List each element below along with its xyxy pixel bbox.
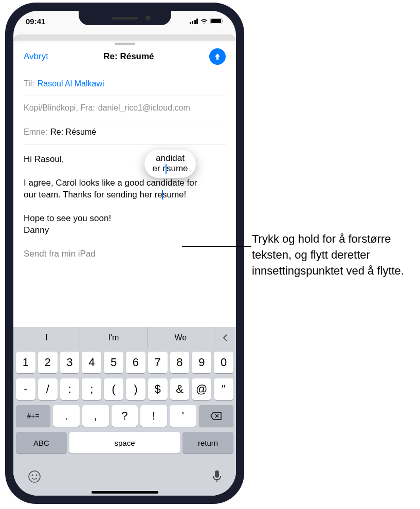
cancel-button[interactable]: Avbryt — [24, 51, 48, 62]
text-magnifier: andidat er rsume — [144, 150, 196, 178]
svg-point-5 — [36, 475, 38, 476]
body-signature: Danny — [24, 225, 226, 237]
key-5[interactable]: 5 — [104, 352, 123, 373]
cc-value: daniel_rico1@icloud.com — [98, 103, 190, 113]
notch-speaker — [112, 17, 138, 20]
key-period[interactable]: . — [53, 405, 80, 427]
subject-field[interactable]: Emne: Re: Résumé — [24, 120, 226, 144]
phone-screen: 09:41 Avbryt Re: Résumé — [13, 11, 236, 496]
power-button — [242, 98, 244, 144]
key-colon[interactable]: : — [60, 378, 80, 400]
body-paragraph1: I agree, Carol looks like a good candida… — [24, 177, 226, 201]
mail-compose-sheet: Avbryt Re: Résumé Til: Rasoul Al Malkawi… — [13, 43, 236, 496]
key-1[interactable]: 1 — [16, 352, 35, 373]
body-closing: Hope to see you soon! — [24, 213, 226, 225]
mail-fields: Til: Rasoul Al Malkawi Kopi/Blindkopi, F… — [13, 72, 236, 144]
key-9[interactable]: 9 — [192, 352, 211, 373]
keyboard-bottom — [13, 461, 236, 496]
key-rows: 1 2 3 4 5 6 7 8 9 0 - / : — [13, 349, 236, 461]
magnifier-line2: er rsume — [152, 163, 188, 174]
svg-point-4 — [32, 475, 33, 476]
key-row-1: 1 2 3 4 5 6 7 8 9 0 — [16, 352, 233, 373]
emoji-icon — [28, 470, 41, 483]
subject-label: Emne: — [24, 128, 47, 137]
callout-text: Trykk og hold for å forstørre teksten, o… — [252, 231, 411, 279]
notch-camera — [145, 15, 151, 21]
key-abc[interactable]: ABC — [16, 432, 67, 453]
key-comma[interactable]: , — [82, 405, 109, 427]
phone-frame: 09:41 Avbryt Re: Résumé — [5, 3, 244, 504]
key-dollar[interactable]: $ — [148, 378, 168, 400]
delete-icon — [210, 412, 222, 420]
key-6[interactable]: 6 — [126, 352, 145, 373]
mic-button[interactable] — [212, 470, 222, 486]
to-label: Til: — [24, 79, 34, 88]
key-return[interactable]: return — [182, 432, 233, 453]
key-exclaim[interactable]: ! — [140, 405, 167, 427]
suggestion-1[interactable]: I — [13, 327, 80, 349]
mail-header: Avbryt Re: Résumé — [13, 45, 236, 72]
key-at[interactable]: @ — [192, 378, 211, 400]
emoji-button[interactable] — [28, 470, 41, 486]
status-right — [190, 18, 224, 24]
key-question[interactable]: ? — [112, 405, 138, 427]
arrow-up-icon — [213, 52, 222, 61]
key-row-4: ABC space return — [16, 432, 233, 453]
key-0[interactable]: 0 — [214, 352, 233, 373]
key-ampersand[interactable]: & — [170, 378, 190, 400]
svg-rect-6 — [215, 470, 219, 478]
svg-rect-2 — [223, 20, 224, 23]
status-time: 09:41 — [26, 17, 45, 26]
key-2[interactable]: 2 — [38, 352, 58, 373]
send-button[interactable] — [209, 48, 226, 65]
key-rparen[interactable]: ) — [126, 378, 145, 400]
keyboard: I I'm We 1 2 3 4 5 6 7 — [13, 327, 236, 496]
signal-icon — [190, 19, 198, 24]
suggestion-3[interactable]: We — [148, 327, 214, 349]
wifi-icon — [200, 18, 208, 24]
callout-line — [182, 246, 251, 247]
key-symbols[interactable]: #+= — [16, 405, 50, 427]
key-quote[interactable]: " — [214, 378, 233, 400]
body-sent-from: Sendt fra min iPad — [24, 248, 226, 260]
key-row-2: - / : ; ( ) $ & @ " — [16, 378, 233, 400]
to-value[interactable]: Rasoul Al Malkawi — [38, 79, 104, 88]
key-semicolon[interactable]: ; — [82, 378, 101, 400]
battery-icon — [210, 18, 224, 24]
magnifier-line1: andidat — [156, 153, 185, 163]
key-dash[interactable]: - — [16, 378, 35, 400]
mic-icon — [212, 470, 222, 483]
key-row-3: #+= . , ? ! ' — [16, 405, 233, 427]
notch — [79, 11, 171, 25]
cc-field[interactable]: Kopi/Blindkopi, Fra: daniel_rico1@icloud… — [24, 96, 226, 120]
mail-body[interactable]: andidat er rsume Hi Rasoul, I agree, Car… — [13, 144, 236, 269]
key-delete[interactable] — [199, 405, 233, 427]
cc-label: Kopi/Blindkopi, Fra: — [24, 103, 95, 113]
home-indicator[interactable] — [92, 491, 158, 494]
mail-title: Re: Résumé — [103, 51, 154, 62]
svg-point-3 — [29, 471, 40, 482]
suggestion-bar: I I'm We — [13, 327, 236, 349]
svg-rect-1 — [211, 19, 221, 23]
suggestion-collapse[interactable] — [214, 327, 236, 349]
sheet-background-peek — [13, 34, 236, 41]
suggestion-2[interactable]: I'm — [80, 327, 147, 349]
key-7[interactable]: 7 — [148, 352, 168, 373]
key-4[interactable]: 4 — [82, 352, 101, 373]
key-3[interactable]: 3 — [60, 352, 80, 373]
key-slash[interactable]: / — [38, 378, 58, 400]
subject-value: Re: Résumé — [50, 128, 96, 137]
key-lparen[interactable]: ( — [104, 378, 123, 400]
key-apostrophe[interactable]: ' — [170, 405, 196, 427]
key-space[interactable]: space — [69, 432, 180, 453]
key-8[interactable]: 8 — [170, 352, 190, 373]
chevron-left-icon — [222, 334, 228, 341]
to-field[interactable]: Til: Rasoul Al Malkawi — [24, 72, 226, 96]
